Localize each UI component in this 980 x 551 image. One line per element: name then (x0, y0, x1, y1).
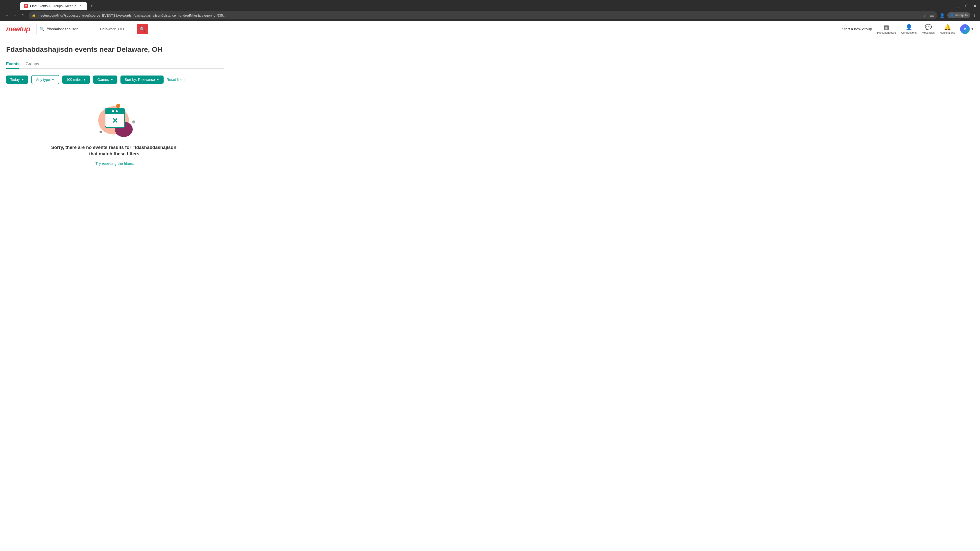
nav-item-messages[interactable]: 💬 Messages (922, 24, 935, 34)
empty-message: Sorry, there are no events results for "… (51, 144, 179, 157)
tab-events[interactable]: Events (6, 60, 19, 69)
back-button[interactable]: ← (2, 2, 9, 10)
meetup-logo[interactable]: meetup (6, 25, 30, 33)
filter-distance-label: 100 miles (66, 78, 82, 82)
close-window-button[interactable]: ✕ (972, 3, 978, 9)
filter-distance-button[interactable]: 100 miles ▼ (62, 76, 90, 84)
filter-sort-button[interactable]: Sort by: Relevance ▼ (121, 76, 163, 84)
calendar-x-icon: ✕ (112, 117, 118, 125)
search-location-container: Delaware, OH (96, 27, 137, 31)
main-content: Fdashabdashajisdn events near Delaware, … (0, 37, 230, 184)
filter-category-chevron: ▼ (110, 78, 114, 81)
tab-title: Find Events & Groups | Meetup (30, 4, 76, 8)
illustration-calendar: ✕ (105, 108, 125, 128)
filter-category-label: Games (97, 78, 109, 82)
profile-button[interactable]: 👤 (939, 13, 945, 18)
filter-type-label: Any type (36, 78, 50, 82)
calendar-dot-right (116, 110, 118, 112)
back-nav-button[interactable]: ← (3, 12, 10, 19)
results-tabs: Events Groups (6, 60, 224, 69)
browser-chrome: ← → m Find Events & Groups | Meetup × + … (0, 0, 980, 21)
notifications-label: Notifications (940, 31, 955, 34)
close-tab-button[interactable]: × (78, 3, 83, 8)
tab-groups[interactable]: Groups (25, 60, 39, 69)
search-location-text: Delaware, OH (100, 27, 124, 31)
illustration-orange-dot (116, 104, 120, 108)
tab-bar: ← → m Find Events & Groups | Meetup × + … (0, 0, 980, 10)
extensions-button[interactable]: ▬ (929, 13, 934, 18)
filter-sort-label: Sort by: Relevance (124, 78, 155, 82)
filter-distance-chevron: ▼ (83, 78, 86, 81)
pro-dashboard-label: Pro Dashboard (877, 31, 896, 34)
filter-type-chevron: ▼ (52, 78, 55, 81)
incognito-badge: 👤 Incognito (947, 12, 970, 18)
url-bar[interactable]: 🔒 meetup.com/find/?suggested=true&source… (29, 11, 937, 19)
calendar-header (105, 108, 124, 114)
reload-button[interactable]: ↻ (19, 12, 27, 19)
filter-date-button[interactable]: Today ▼ (6, 76, 28, 84)
reset-filters-button[interactable]: Reset filters (167, 78, 186, 82)
connections-icon: 👤 (905, 24, 912, 30)
start-group-link[interactable]: Start a new group (842, 27, 872, 31)
bookmark-button[interactable]: ☆ (923, 13, 928, 18)
forward-nav-button[interactable]: → (11, 12, 18, 19)
calendar-dot-left (112, 110, 114, 112)
filter-date-label: Today (10, 78, 20, 82)
minimize-button[interactable]: ⎯ (956, 3, 962, 9)
browser-navigation: ← → ↻ (3, 12, 27, 19)
messages-icon: 💬 (925, 24, 932, 30)
search-keyword-input[interactable] (47, 27, 93, 31)
nav-item-connections[interactable]: 👤 Connections (901, 24, 917, 34)
illustration-gray-dot (132, 121, 135, 124)
forward-button[interactable]: → (11, 2, 18, 10)
empty-illustration: ✕ (94, 103, 135, 138)
window-controls: ⎯ □ ✕ (956, 3, 978, 9)
maximize-button[interactable]: □ (964, 3, 970, 9)
nav-item-notifications[interactable]: 🔔 Notifications (940, 24, 955, 34)
new-tab-button[interactable]: + (88, 2, 95, 10)
messages-label: Messages (922, 31, 935, 34)
user-avatar: M (960, 24, 970, 34)
filter-category-button[interactable]: Games ▼ (93, 76, 118, 84)
search-bar: 🔍 Delaware, OH 🔍 (36, 24, 148, 34)
nav-item-pro-dashboard[interactable]: ▦ Pro Dashboard (877, 24, 896, 34)
tab-favicon: m (24, 4, 28, 8)
filters-bar: Today ▼ Any type ▼ 100 miles ▼ Games ▼ S… (6, 75, 224, 84)
empty-state: ✕ Sorry, there are no events results for… (6, 92, 224, 176)
calendar-body: ✕ (105, 114, 124, 127)
search-keyword-container: 🔍 (37, 27, 96, 32)
avatar-chevron-icon: ▼ (971, 27, 974, 31)
url-text: meetup.com/find/?suggested=true&source=E… (38, 14, 921, 17)
user-avatar-wrapper[interactable]: M ▼ (960, 24, 974, 34)
try-reset-link[interactable]: Try resetting the filters. (95, 161, 134, 165)
active-tab[interactable]: m Find Events & Groups | Meetup × (20, 2, 87, 10)
browser-right-controls: 👤 👤 Incognito ⋮ (939, 12, 977, 18)
search-submit-button[interactable]: 🔍 (137, 24, 148, 34)
notifications-icon: 🔔 (944, 24, 951, 30)
pro-dashboard-icon: ▦ (884, 24, 889, 30)
connections-label: Connections (901, 31, 917, 34)
address-bar: ← → ↻ 🔒 meetup.com/find/?suggested=true&… (0, 10, 980, 21)
menu-button[interactable]: ⋮ (972, 13, 977, 18)
filter-sort-chevron: ▼ (156, 78, 159, 81)
filter-type-button[interactable]: Any type ▼ (32, 75, 59, 84)
page-title: Fdashabdashajisdn events near Delaware, … (6, 45, 224, 54)
browser-nav-controls: ← → (2, 2, 18, 10)
filter-date-chevron: ▼ (21, 78, 24, 81)
site-header: meetup 🔍 Delaware, OH 🔍 Start a new grou… (0, 21, 980, 37)
search-icon: 🔍 (140, 26, 145, 32)
header-right: Start a new group ▦ Pro Dashboard 👤 Conn… (842, 24, 974, 34)
illustration-dark-dot (100, 130, 102, 133)
url-icons: ☆ ▬ (923, 13, 934, 18)
